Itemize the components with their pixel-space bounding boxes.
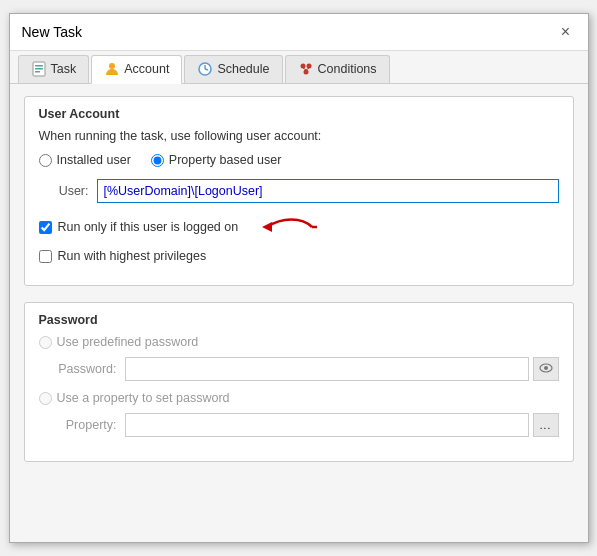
password-section: Password Use predefined password Passwor…	[24, 302, 574, 462]
tab-schedule-label: Schedule	[217, 62, 269, 76]
tab-conditions[interactable]: Conditions	[285, 55, 390, 83]
svg-point-9	[306, 64, 311, 69]
task-tab-icon	[31, 61, 47, 77]
installed-user-radio-label[interactable]: Installed user	[39, 153, 131, 167]
installed-user-radio[interactable]	[39, 154, 52, 167]
svg-line-7	[205, 69, 208, 70]
user-input[interactable]	[97, 179, 559, 203]
property-field-label: Property:	[57, 418, 117, 432]
installed-user-label: Installed user	[57, 153, 131, 167]
main-content: User Account When running the task, use …	[10, 84, 588, 490]
svg-point-8	[300, 64, 305, 69]
close-button[interactable]: ×	[556, 22, 576, 42]
highest-priv-checkbox[interactable]	[39, 250, 52, 263]
svg-rect-2	[35, 68, 43, 70]
user-field-label: User:	[39, 184, 89, 198]
show-password-button[interactable]	[533, 357, 559, 381]
tab-account[interactable]: Account	[91, 55, 182, 84]
property-field-row: Property: ...	[39, 413, 559, 437]
property-password-label: Use a property to set password	[57, 391, 230, 405]
svg-rect-3	[35, 71, 40, 73]
property-password-radio-label[interactable]: Use a property to set password	[39, 391, 230, 405]
property-password-radio[interactable]	[39, 392, 52, 405]
new-task-dialog: New Task × Task Account Schedule Co	[9, 13, 589, 543]
user-account-section: User Account When running the task, use …	[24, 96, 574, 286]
predefined-password-label: Use predefined password	[57, 335, 199, 349]
tab-bar: Task Account Schedule Conditions	[10, 51, 588, 84]
predefined-password-row: Use predefined password	[39, 335, 559, 349]
user-account-title: User Account	[39, 107, 559, 121]
conditions-tab-icon	[298, 61, 314, 77]
password-field-row: Password:	[39, 357, 559, 381]
run-only-checkbox-row: Run only if this user is logged on	[39, 213, 559, 241]
property-user-radio-label[interactable]: Property based user	[151, 153, 282, 167]
highest-priv-label: Run with highest privileges	[58, 249, 207, 263]
run-only-label: Run only if this user is logged on	[58, 220, 239, 234]
arrow-annotation	[252, 213, 322, 241]
svg-point-16	[544, 366, 548, 370]
dots-icon: ...	[540, 420, 551, 431]
property-browse-button[interactable]: ...	[533, 413, 559, 437]
eye-icon	[539, 361, 553, 378]
dialog-title: New Task	[22, 24, 82, 40]
title-bar: New Task ×	[10, 14, 588, 51]
user-field-row: User:	[39, 179, 559, 203]
password-field-label: Password:	[57, 362, 117, 376]
user-type-radios: Installed user Property based user	[39, 153, 559, 167]
svg-point-4	[109, 63, 115, 69]
predefined-password-radio-label[interactable]: Use predefined password	[39, 335, 199, 349]
run-only-checkbox[interactable]	[39, 221, 52, 234]
tab-task[interactable]: Task	[18, 55, 90, 83]
tab-task-label: Task	[51, 62, 77, 76]
tab-schedule[interactable]: Schedule	[184, 55, 282, 83]
svg-rect-1	[35, 65, 43, 67]
property-input[interactable]	[125, 413, 529, 437]
property-password-row: Use a property to set password	[39, 391, 559, 405]
tab-account-label: Account	[124, 62, 169, 76]
svg-point-10	[303, 70, 308, 75]
svg-line-11	[303, 68, 306, 70]
property-user-radio[interactable]	[151, 154, 164, 167]
password-section-title: Password	[39, 313, 559, 327]
predefined-password-radio[interactable]	[39, 336, 52, 349]
tab-conditions-label: Conditions	[318, 62, 377, 76]
svg-marker-13	[262, 222, 272, 232]
svg-line-12	[306, 68, 309, 70]
password-input-wrapper	[125, 357, 559, 381]
account-tab-icon	[104, 61, 120, 77]
property-input-wrapper: ...	[125, 413, 559, 437]
password-input[interactable]	[125, 357, 529, 381]
highest-priv-checkbox-row: Run with highest privileges	[39, 249, 559, 263]
schedule-tab-icon	[197, 61, 213, 77]
user-account-desc: When running the task, use following use…	[39, 129, 559, 143]
property-user-label: Property based user	[169, 153, 282, 167]
